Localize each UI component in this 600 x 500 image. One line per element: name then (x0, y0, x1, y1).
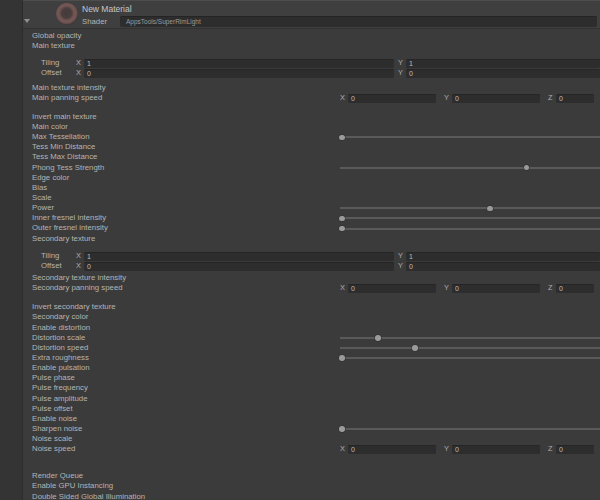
row-inner-fresnel-intensity: Inner fresnel intensity (23, 213, 600, 223)
slider-track[interactable] (340, 217, 600, 219)
float-field[interactable]: 0 (452, 94, 540, 103)
property-label: Tess Min Distance (32, 142, 95, 152)
row-pulse-amplitude: Pulse amplitude (23, 394, 600, 404)
slider-handle[interactable] (339, 426, 345, 432)
slider-track[interactable] (340, 228, 600, 230)
property-label: Render Queue (32, 471, 83, 481)
row-offset: OffsetX0Y0 (23, 261, 600, 271)
row-extra-roughness: Extra roughness (23, 353, 600, 363)
axis-label: Z (548, 444, 553, 454)
float-field[interactable]: 0 (348, 284, 436, 293)
property-label: Pulse frequency (32, 383, 88, 393)
float-field[interactable]: 1 (84, 59, 394, 68)
field-value: 0 (84, 263, 394, 272)
property-label: Secondary panning speed (32, 283, 123, 293)
property-label: Scale (32, 193, 52, 203)
slider-track[interactable] (340, 357, 600, 359)
property-label: Secondary texture intensity (32, 273, 126, 283)
axis-label: Y (398, 261, 403, 271)
property-label: Distortion scale (32, 333, 85, 343)
field-value: 0 (348, 95, 436, 104)
float-field[interactable]: 1 (406, 252, 600, 261)
slider-handle[interactable] (487, 206, 493, 212)
float-field[interactable]: 0 (406, 69, 600, 78)
axis-label: Y (398, 251, 403, 261)
property-label: Invert secondary texture (32, 302, 116, 312)
float-field[interactable]: 0 (406, 262, 600, 271)
float-field[interactable]: 1 (406, 59, 600, 68)
property-label: Double Sided Global Illumination (32, 492, 145, 500)
material-preview-sphere-icon (56, 3, 78, 25)
slider-track[interactable] (340, 136, 600, 138)
property-label: Offset (41, 68, 62, 78)
slider-handle[interactable] (339, 135, 345, 141)
float-field[interactable]: 0 (348, 445, 436, 454)
row-main-panning-speed: Main panning speedX0Y0Z0 (23, 93, 600, 103)
field-value: 0 (556, 285, 594, 294)
slider-handle[interactable] (339, 226, 345, 232)
row-distortion-scale: Distortion scale (23, 333, 600, 343)
float-field[interactable]: 0 (84, 262, 394, 271)
row-global-opacity: Global opacity (23, 31, 600, 41)
property-label: Max Tessellation (32, 132, 90, 142)
field-value: 0 (452, 95, 540, 104)
axis-label: X (340, 444, 345, 454)
property-label: Inner fresnel intensity (32, 213, 106, 223)
row-distortion-speed: Distortion speed (23, 343, 600, 353)
material-inspector-window: New Material Shader AppsTools/SuperRimLi… (0, 0, 600, 500)
axis-label: Y (444, 283, 449, 293)
axis-label: Y (398, 68, 403, 78)
property-label: Offset (41, 261, 62, 271)
float-field[interactable]: 0 (556, 284, 594, 293)
slider-handle[interactable] (412, 345, 418, 351)
row-phong-tess-strength: Phong Tess Strength (23, 163, 600, 173)
property-list: Global opacityMain textureTilingX1Y1Offs… (23, 31, 600, 500)
field-value: 0 (348, 446, 436, 455)
slider-handle[interactable] (339, 216, 345, 222)
property-label: Pulse phase (32, 373, 75, 383)
property-label: Main panning speed (32, 93, 102, 103)
axis-label: X (76, 68, 81, 78)
slider-track[interactable] (340, 167, 600, 169)
field-value: 0 (452, 285, 540, 294)
slider-track[interactable] (340, 207, 600, 209)
row-tiling: TilingX1Y1 (23, 251, 600, 261)
property-label: Pulse amplitude (32, 394, 87, 404)
row-enable-noise: Enable noise (23, 414, 600, 424)
property-label: Global opacity (32, 31, 81, 41)
slider-handle[interactable] (524, 165, 530, 171)
slider-track[interactable] (340, 428, 600, 430)
slider-track[interactable] (340, 347, 600, 349)
float-field[interactable]: 0 (452, 284, 540, 293)
axis-label: Z (548, 283, 553, 293)
float-field[interactable]: 0 (452, 445, 540, 454)
axis-label: X (340, 283, 345, 293)
float-field[interactable]: 0 (556, 445, 594, 454)
row-enable-pulsation: Enable pulsation (23, 363, 600, 373)
property-label: Phong Tess Strength (32, 163, 104, 173)
property-label: Outer fresnel intensity (32, 223, 108, 233)
row-outer-fresnel-intensity: Outer fresnel intensity (23, 223, 600, 233)
axis-label: Y (398, 58, 403, 68)
shader-label: Shader (82, 17, 107, 26)
foldout-chevron-down-icon[interactable] (24, 19, 30, 23)
row-sharpen-noise: Sharpen noise (23, 424, 600, 434)
shader-dropdown[interactable]: AppsTools/SuperRimLight (120, 16, 597, 27)
property-label: Distortion speed (32, 343, 88, 353)
property-label: Secondary texture (32, 234, 95, 244)
axis-label: X (76, 58, 81, 68)
float-field[interactable]: 0 (348, 94, 436, 103)
slider-handle[interactable] (339, 355, 345, 361)
property-label: Pulse offset (32, 404, 73, 414)
float-field[interactable]: 0 (556, 94, 594, 103)
property-label: Tiling (41, 251, 59, 261)
row-main-texture-intensity: Main texture intensity (23, 83, 600, 93)
property-label: Main texture (32, 41, 75, 51)
property-label: Main texture intensity (32, 83, 106, 93)
slider-handle[interactable] (375, 335, 381, 341)
float-field[interactable]: 0 (84, 69, 394, 78)
row-scale: Scale (23, 193, 600, 203)
float-field[interactable]: 1 (84, 252, 394, 261)
row-enable-distortion: Enable distortion (23, 323, 600, 333)
row-invert-secondary-texture: Invert secondary texture (23, 302, 600, 312)
